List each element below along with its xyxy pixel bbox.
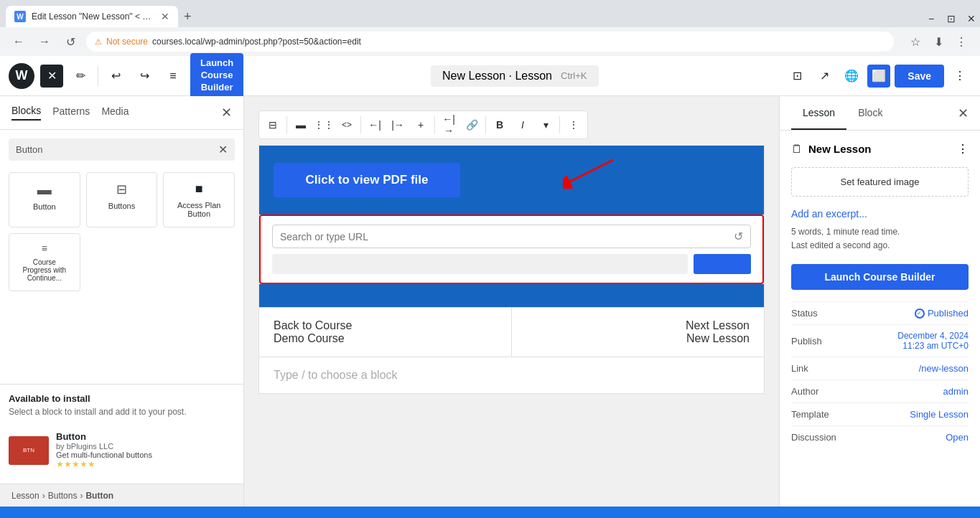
refresh-button[interactable]: ↺	[60, 32, 80, 52]
bookmark-button[interactable]: ☆	[905, 32, 925, 52]
available-desc: Select a block to install and add it to …	[9, 407, 235, 417]
tab-favicon: W	[14, 11, 26, 22]
next-lesson-label: Next Lesson	[526, 319, 750, 332]
layout-button[interactable]: ⬜	[867, 65, 890, 88]
status-circle	[915, 309, 925, 319]
install-by: by bPlugins LLC	[56, 442, 235, 451]
forward-button[interactable]: →	[34, 32, 55, 52]
toolbar-sep-1	[286, 116, 287, 133]
breadcrumb-bar: Lesson › Buttons › Button	[0, 484, 243, 507]
course-progress-label: Course Progress with Continue...	[23, 258, 67, 282]
right-tab-block[interactable]: Block	[846, 97, 894, 130]
minimize-button[interactable]: −	[923, 10, 940, 27]
block-item-course-progress[interactable]: ≡ Course Progress with Continue...	[9, 233, 80, 291]
author-value[interactable]: admin	[943, 386, 969, 397]
editor-toolbar: W ✕ ✏ ↩ ↪ ≡ Launch Course Builder New Le…	[0, 56, 980, 96]
left-sidebar: Blocks Patterns Media ✕ Button ✕ ▬ Butto…	[0, 96, 244, 507]
close-button[interactable]: ✕	[963, 10, 980, 27]
align-center-button[interactable]: |→	[387, 114, 409, 136]
sidebar-header: Blocks Patterns Media ✕	[0, 96, 243, 130]
view-button[interactable]: ⊡	[785, 65, 808, 88]
block-more-options-button[interactable]: ⋮	[563, 114, 584, 136]
shortcut-text: Ctrl+K	[561, 70, 587, 81]
not-secure-label: Not secure	[106, 37, 148, 47]
right-sidebar-close-button[interactable]: ✕	[958, 105, 969, 121]
url-submit-button[interactable]: ↺	[734, 230, 743, 243]
lesson-more-button[interactable]: ⋮	[957, 142, 969, 156]
pen-tool-button[interactable]: ✏	[69, 65, 92, 88]
more-options-button[interactable]: ⋮	[948, 65, 971, 88]
justify-button[interactable]: ←|→	[438, 114, 459, 136]
close-editor-button[interactable]: ✕	[40, 65, 63, 88]
block-item-button[interactable]: ▬ Button	[9, 172, 80, 227]
post-title-display[interactable]: New Lesson · Lesson Ctrl+K	[431, 65, 598, 87]
sidebar-close-button[interactable]: ✕	[221, 105, 232, 121]
sidebar-tab-blocks[interactable]: Blocks	[11, 105, 41, 121]
italic-button[interactable]: I	[512, 114, 533, 136]
block-move-left-button[interactable]: ▬	[290, 114, 312, 136]
block-drag-button[interactable]: ⋮⋮	[313, 114, 335, 136]
new-tab-button[interactable]: +	[181, 6, 195, 27]
right-sidebar: Lesson Block ✕ 🗒 New Lesson ⋮ Set featur…	[779, 96, 980, 507]
block-code-button[interactable]: <>	[336, 114, 358, 136]
block-transform-button[interactable]: ⊟	[262, 114, 284, 136]
next-lesson-button[interactable]: Next Lesson New Lesson	[512, 308, 764, 357]
bold-button[interactable]: B	[489, 114, 510, 136]
url-search-input[interactable]	[280, 231, 734, 242]
save-button[interactable]: Save	[895, 65, 944, 88]
install-info: Button by bPlugins LLC Get multi-functio…	[56, 431, 235, 469]
right-tab-lesson[interactable]: Lesson	[791, 97, 846, 130]
block-item-access-plan[interactable]: ■ Access Plan Button	[163, 172, 235, 227]
pdf-button-area: Click to view PDF file	[259, 146, 764, 215]
author-row: Author admin	[791, 380, 969, 402]
link-button[interactable]: 🔗	[461, 114, 482, 136]
link-label: Link	[791, 363, 808, 374]
browser-menu-button[interactable]: ⋮	[951, 32, 971, 52]
template-value[interactable]: Single Lesson	[910, 409, 969, 420]
pdf-button[interactable]: Click to view PDF file	[274, 163, 460, 197]
install-item: BTN Button by bPlugins LLC Get multi-fun…	[9, 425, 235, 475]
publish-value[interactable]: December 4, 2024 11:23 am UTC+0	[897, 331, 969, 351]
toolbar-sep-4	[485, 116, 486, 133]
block-item-buttons[interactable]: ⊟ Buttons	[86, 172, 158, 227]
access-plan-block-icon: ■	[195, 182, 203, 197]
browser-tab[interactable]: W Edit Lesson "New Lesson" < cou... ✕	[6, 6, 178, 27]
add-block-button[interactable]: +	[410, 114, 431, 136]
toolbar-divider	[98, 66, 98, 86]
tab-title: Edit Lesson "New Lesson" < cou...	[32, 11, 155, 22]
back-to-course-button[interactable]: Back to Course Demo Course	[259, 308, 512, 357]
launch-course-builder-button[interactable]: Launch Course Builder	[190, 53, 243, 98]
set-featured-image-button[interactable]: Set featured image	[791, 167, 969, 197]
filter-close-icon[interactable]: ✕	[218, 143, 228, 156]
link-value[interactable]: /new-lesson	[919, 363, 969, 374]
address-bar[interactable]: ⚠ Not secure courses.local/wp-admin/post…	[86, 32, 894, 52]
url-action-row	[272, 254, 751, 274]
add-excerpt-link[interactable]: Add an excerpt...	[791, 208, 969, 220]
download-button[interactable]: ⬇	[928, 32, 948, 52]
sidebar-tab-media[interactable]: Media	[101, 105, 129, 120]
globe-button[interactable]: 🌐	[840, 65, 863, 88]
nav-buttons-row: Back to Course Demo Course Next Lesson N…	[258, 308, 765, 357]
tab-close-icon[interactable]: ✕	[161, 11, 169, 22]
blocks-section: Button ✕ ▬ Button ⊟ Buttons ■ Access	[0, 130, 243, 384]
external-link-button[interactable]: ↗	[813, 65, 836, 88]
type-block-area[interactable]: Type / to choose a block	[258, 357, 765, 394]
breadcrumb-sep-1: ›	[42, 491, 45, 501]
breadcrumb-buttons[interactable]: Buttons	[48, 491, 78, 501]
discussion-label: Discussion	[791, 432, 836, 443]
block-toolbar: ⊟ ▬ ⋮⋮ <> ←| |→ + ←|→ 🔗 B I ▾ ⋮	[258, 110, 588, 139]
redo-button[interactable]: ↪	[133, 65, 156, 88]
lower-blue-area	[259, 284, 764, 307]
sidebar-tab-patterns[interactable]: Patterns	[52, 105, 90, 120]
breadcrumb-lesson[interactable]: Lesson	[11, 491, 39, 501]
right-launch-course-button[interactable]: Launch Course Builder	[791, 264, 969, 290]
maximize-button[interactable]: ⊡	[943, 10, 960, 27]
discussion-value[interactable]: Open	[946, 432, 969, 443]
undo-button[interactable]: ↩	[104, 65, 127, 88]
align-left-button[interactable]: ←|	[364, 114, 386, 136]
breadcrumb-button[interactable]: Button	[85, 491, 113, 501]
breadcrumb-sep-2: ›	[80, 491, 83, 501]
back-button[interactable]: ←	[9, 32, 29, 52]
list-view-button[interactable]: ≡	[162, 65, 185, 88]
more-rich-text-button[interactable]: ▾	[535, 114, 556, 136]
